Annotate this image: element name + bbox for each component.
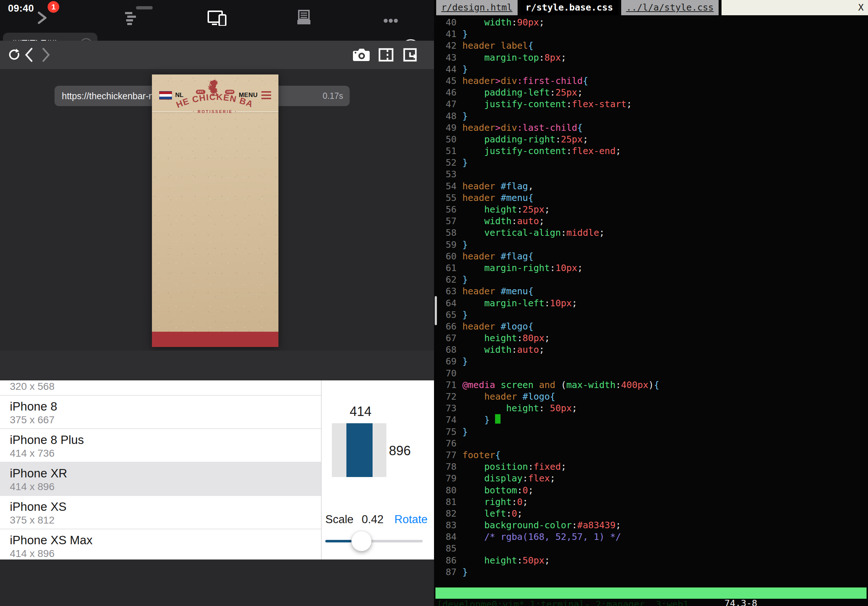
code-line: 64 margin-left:10px; bbox=[436, 298, 868, 309]
window-drag-handle[interactable] bbox=[136, 6, 153, 9]
site-footer-bar bbox=[152, 332, 278, 347]
vim-tab[interactable]: ../l/a/style.css bbox=[621, 0, 719, 15]
code-line: 57 width:auto; bbox=[436, 215, 868, 227]
line-number: 55 bbox=[436, 192, 457, 204]
code-line: 71@media screen and (max-width:400px){ bbox=[436, 379, 868, 391]
editor-scrollbar[interactable] bbox=[435, 296, 437, 325]
device-preset-list: 320 x 568iPhone 8375 x 667iPhone 8 Plus4… bbox=[0, 380, 321, 560]
code-line: 51 justify-content:flex-end; bbox=[436, 145, 868, 157]
scale-slider-knob[interactable] bbox=[352, 531, 372, 551]
code-line: 47 justify-content:flex-start; bbox=[436, 99, 868, 110]
line-number: 81 bbox=[436, 496, 457, 508]
code-line: 82 left:0; bbox=[436, 508, 868, 519]
line-number: 67 bbox=[436, 332, 457, 344]
screen: 09:40 ##TITLE## https://thechickenbar-nl… bbox=[0, 0, 868, 606]
tmux-windows: [developme0:vim* 1:terminal- 2:manager 3… bbox=[437, 599, 688, 606]
line-number: 78 bbox=[436, 461, 457, 473]
code-line: 50 padding-right:25px; bbox=[436, 134, 868, 145]
rotate-device-icon[interactable] bbox=[402, 41, 420, 69]
code-line: 46 padding-left:25px; bbox=[436, 87, 868, 99]
vim-tab[interactable]: r/design.html bbox=[436, 0, 518, 15]
dimension-height-value: 896 bbox=[389, 443, 411, 459]
split-view-icon[interactable] bbox=[377, 41, 395, 69]
line-number: 64 bbox=[436, 298, 457, 309]
line-number: 80 bbox=[436, 485, 457, 496]
code-line: 75} bbox=[436, 426, 868, 438]
device-preset-row[interactable]: iPhone XS375 x 812 bbox=[0, 496, 321, 529]
code-line: 76 bbox=[436, 438, 868, 450]
scale-slider-fill bbox=[326, 540, 352, 543]
site-header: NL MENU EST. 1985 bbox=[152, 74, 278, 112]
code-line: 81 right:0; bbox=[436, 496, 868, 508]
line-number: 68 bbox=[436, 344, 457, 356]
line-number: 71 bbox=[436, 379, 457, 391]
code-line: 52} bbox=[436, 157, 868, 169]
line-number: 54 bbox=[436, 181, 457, 192]
line-number: 85 bbox=[436, 543, 457, 554]
line-number: 53 bbox=[436, 169, 457, 180]
preset-size: 375 x 667 bbox=[10, 414, 321, 425]
code-line: 86 height:50px; bbox=[436, 555, 868, 566]
preset-name: iPhone 8 Plus bbox=[10, 433, 321, 447]
line-number: 82 bbox=[436, 508, 457, 519]
preset-name: iPhone XR bbox=[10, 466, 321, 481]
browser-toolbar: https://thechickenbar-nl-development.lem… bbox=[0, 41, 434, 69]
terminal-pane[interactable]: r/design.htmlr/style.base.css../l/a/styl… bbox=[434, 0, 868, 606]
line-number: 46 bbox=[436, 87, 457, 99]
reload-icon[interactable] bbox=[6, 41, 21, 69]
web-preview[interactable]: NL MENU EST. 1985 bbox=[152, 74, 278, 347]
code-line: 49header>div:last-child{ bbox=[436, 122, 868, 134]
code-line: 40 width:90px; bbox=[436, 17, 868, 28]
line-number: 65 bbox=[436, 309, 457, 321]
back-icon[interactable] bbox=[23, 41, 35, 69]
code-line: 66header #logo{ bbox=[436, 321, 868, 332]
vim-cursor bbox=[495, 414, 501, 424]
tmux-status-bar: [developme0:vim* 1:terminal- 2:manager 3… bbox=[436, 587, 866, 599]
scale-label: Scale bbox=[326, 513, 354, 526]
line-number: 86 bbox=[436, 555, 457, 566]
line-number: 75 bbox=[436, 426, 457, 438]
code-line: 84 /* rgba(168, 52,57, 1) */ bbox=[436, 531, 868, 543]
line-number: 63 bbox=[436, 286, 457, 297]
line-number: 45 bbox=[436, 75, 457, 87]
clock: 09:40 bbox=[8, 3, 34, 14]
code-line: 72 header #logo{ bbox=[436, 391, 868, 402]
line-number: 44 bbox=[436, 63, 457, 75]
preset-name: iPhone 8 bbox=[10, 399, 321, 414]
preset-size: 414 x 896 bbox=[10, 548, 321, 559]
vim-tabline: r/design.htmlr/style.base.css../l/a/styl… bbox=[436, 0, 868, 15]
code-line: 54header #flag, bbox=[436, 181, 868, 192]
code-line: 62} bbox=[436, 274, 868, 286]
preset-name: iPhone XS Max bbox=[10, 533, 321, 547]
code-line: 60header #flag{ bbox=[436, 251, 868, 262]
line-number: 72 bbox=[436, 391, 457, 402]
rotate-button[interactable]: Rotate bbox=[394, 513, 428, 526]
device-preset-row[interactable]: iPhone 8 Plus414 x 736 bbox=[0, 429, 321, 462]
screenshot-camera-icon[interactable] bbox=[352, 41, 371, 69]
device-preset-row[interactable]: iPhone 8375 x 667 bbox=[0, 396, 321, 429]
line-number: 49 bbox=[436, 122, 457, 134]
line-number: 48 bbox=[436, 110, 457, 122]
device-preset-row[interactable]: iPhone XS Max414 x 896 bbox=[0, 529, 321, 560]
line-number: 43 bbox=[436, 52, 457, 63]
code-line: 73 height: 50px; bbox=[436, 402, 868, 414]
code-editor: 40 width:90px;41}42header label{43 margi… bbox=[436, 17, 868, 578]
line-number: 83 bbox=[436, 519, 457, 531]
forward-icon[interactable] bbox=[40, 41, 52, 69]
code-line: 61 margin-right:10px; bbox=[436, 262, 868, 274]
line-number: 41 bbox=[436, 28, 457, 40]
code-line: 69} bbox=[436, 356, 868, 367]
code-line: 55header #menu{ bbox=[436, 192, 868, 204]
vim-tab[interactable]: r/style.base.css bbox=[521, 0, 618, 15]
line-number: 60 bbox=[436, 251, 457, 262]
vim-tabline-close[interactable]: X bbox=[722, 0, 868, 15]
more-icon bbox=[381, 3, 400, 26]
device-preset-row[interactable]: iPhone XR414 x 896 bbox=[0, 462, 321, 496]
line-number: 57 bbox=[436, 215, 457, 227]
line-number: 70 bbox=[436, 368, 457, 379]
scale-slider-track[interactable] bbox=[326, 540, 423, 543]
line-number: 76 bbox=[436, 438, 457, 450]
code-line: 63header #menu{ bbox=[436, 286, 868, 297]
device-preset-row[interactable]: 320 x 568 bbox=[0, 381, 321, 396]
preset-name: iPhone XS bbox=[10, 499, 321, 514]
